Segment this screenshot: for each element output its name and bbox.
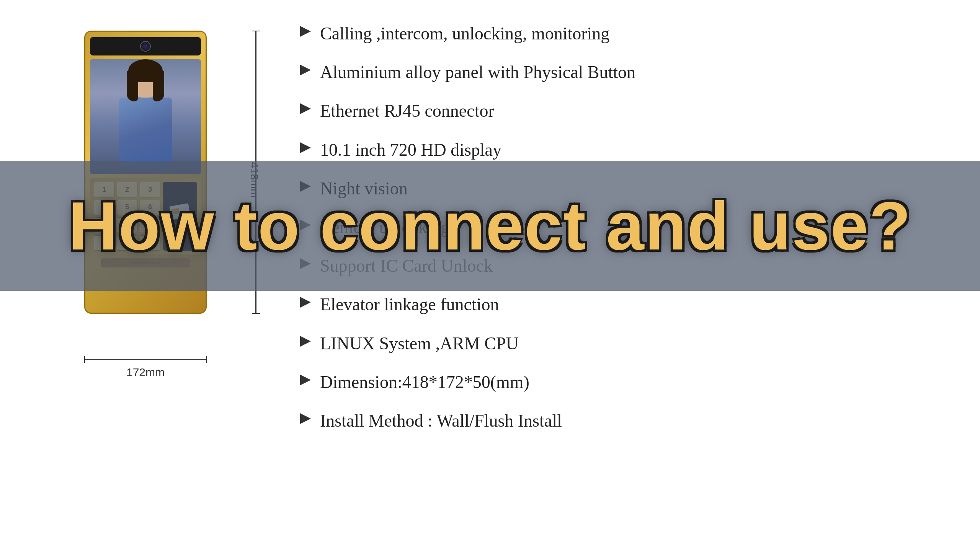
spec-text-10: Dimension:418*172*50(mm): [320, 372, 529, 393]
bullet-arrow-icon: [299, 373, 312, 387]
bullet-arrow-icon: [299, 412, 312, 425]
person-body: [119, 98, 172, 166]
spec-text-1: Calling ,intercom, unlocking, monitoring: [320, 23, 609, 44]
bullet-arrow-icon: [299, 102, 312, 116]
dim-line-h: [84, 359, 207, 360]
svg-marker-9: [300, 375, 311, 385]
svg-marker-0: [300, 26, 311, 37]
person-head: [132, 67, 159, 98]
spec-item-10: Dimension:418*172*50(mm): [299, 372, 911, 393]
svg-marker-1: [300, 65, 311, 75]
bullet-arrow-icon: [299, 141, 312, 155]
spec-item-3: Ethernet RJ45 connector: [299, 100, 911, 121]
screen-figure: [90, 59, 201, 174]
bullet-arrow-icon: [299, 334, 312, 348]
bullet-arrow-icon: [299, 24, 312, 38]
spec-text-4: 10.1 inch 720 HD display: [320, 139, 501, 160]
spec-item-9: LINUX System ,ARM CPU: [299, 333, 911, 354]
main-container: 1 2 3 4 5 6 7 8 9 ★ 0 # CARD: [0, 0, 980, 551]
device-top-bar: [90, 37, 201, 55]
spec-text-11: Install Method : Wall/Flush Install: [320, 410, 562, 431]
spec-item-4: 10.1 inch 720 HD display: [299, 139, 911, 160]
bullet-arrow-icon: [299, 63, 312, 77]
svg-marker-3: [300, 142, 311, 153]
camera-lens: [140, 41, 151, 52]
dim-label-horizontal: 172mm: [84, 366, 207, 379]
svg-marker-10: [300, 413, 311, 424]
spec-item-8: Elevator linkage function: [299, 294, 911, 315]
overlay-banner: How to connect and use?: [0, 161, 980, 291]
spec-text-8: Elevator linkage function: [320, 294, 499, 315]
svg-marker-2: [300, 103, 311, 114]
device-screen: [90, 59, 201, 174]
spec-item-2: Aluminium alloy panel with Physical Butt…: [299, 62, 911, 83]
spec-text-3: Ethernet RJ45 connector: [320, 100, 494, 121]
spec-text-9: LINUX System ,ARM CPU: [320, 333, 519, 354]
svg-marker-8: [300, 336, 311, 347]
spec-item-1: Calling ,intercom, unlocking, monitoring: [299, 23, 911, 44]
overlay-text: How to connect and use?: [69, 187, 911, 265]
spec-text-2: Aluminium alloy panel with Physical Butt…: [320, 62, 635, 83]
bullet-arrow-icon: [299, 295, 312, 309]
svg-marker-7: [300, 297, 311, 308]
spec-item-11: Install Method : Wall/Flush Install: [299, 410, 911, 431]
